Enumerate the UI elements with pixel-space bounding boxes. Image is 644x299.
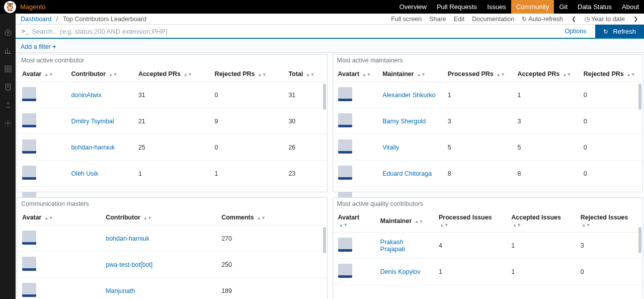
avatar (22, 283, 36, 297)
column-header[interactable]: Processed Issues ▲▼ (434, 210, 506, 233)
value-cell: 1 (133, 161, 210, 187)
management-icon[interactable] (4, 119, 12, 127)
column-header[interactable]: Comments ▲▼ (216, 210, 327, 226)
time-next-button[interactable]: ❯ (632, 16, 639, 22)
user-link[interactable]: Prakash Prajapati (380, 239, 405, 253)
column-header[interactable]: Accepted Issues ▲▼ (506, 210, 575, 233)
app-name: Magento (20, 3, 46, 11)
scrollbar[interactable] (323, 227, 326, 299)
breadcrumb-root[interactable]: Dashboard (21, 16, 51, 23)
data-table: Avatart ▲▼Maintainer ▲▼Processed Issues … (333, 210, 643, 285)
value-cell: 189 (216, 278, 327, 300)
column-header[interactable]: Processed PRs ▲▼ (443, 66, 513, 82)
dashboard-icon[interactable] (4, 65, 12, 73)
table-row: Eduard Chitoraga880 (333, 161, 643, 187)
topnav-overview[interactable]: Overview (394, 0, 432, 14)
topnav-data-status[interactable]: Data Status (573, 0, 617, 14)
time-range-button[interactable]: Year to date (585, 16, 625, 23)
user-link[interactable]: Vitaliy (382, 144, 399, 151)
topnav-git[interactable]: Git (554, 0, 573, 14)
search-prefix: >_ (16, 28, 32, 35)
data-table: Avatar ▲▼Contributor ▲▼Comments ▲▼bohdan… (17, 210, 327, 299)
user-link[interactable]: Manjunath (106, 287, 135, 294)
svg-point-0 (5, 30, 11, 36)
topnav-issues[interactable]: Issues (482, 0, 511, 14)
column-header[interactable]: Rejected PRs ▲▼ (210, 66, 284, 82)
avatar (22, 166, 36, 180)
column-header[interactable]: Rejected PRs ▲▼ (579, 66, 642, 82)
panel-title: Most active maintainers (333, 54, 643, 66)
column-header[interactable]: Rejected Issues ▲▼ (576, 210, 642, 233)
fullscreen-button[interactable]: Full screen (391, 16, 422, 23)
user-link[interactable]: pwa-test-bot[bot] (106, 261, 152, 268)
user-link[interactable]: Oleh Usik (71, 170, 98, 177)
breadcrumb-current: Top Contributors Leaderboard (63, 16, 146, 23)
column-header[interactable]: Total ▲▼ (283, 66, 327, 82)
avatar-cell (17, 108, 66, 134)
table-row: bohdan-harniuk270 (17, 226, 327, 252)
avatar (22, 139, 36, 154)
time-prev-button[interactable]: ❮ (571, 16, 577, 22)
column-header[interactable]: Avatar ▲▼ (17, 66, 66, 82)
link-cell: bohdan-harniuk (101, 226, 216, 252)
left-sidebar (0, 14, 16, 299)
value-cell: 5 (443, 134, 513, 161)
options-link[interactable]: Options (557, 28, 593, 35)
topnav-about[interactable]: About (617, 0, 644, 14)
value-cell: 4 (434, 233, 506, 259)
topnav-pull-requests[interactable]: Pull Requests (432, 0, 482, 14)
column-header[interactable]: Accepted PRs ▲▼ (512, 66, 578, 82)
user-link[interactable]: Eduard Chitoraga (382, 170, 432, 177)
user-link[interactable]: doninAtwix (71, 92, 101, 99)
user-link[interactable]: Barny Shergold (382, 118, 426, 125)
avatar-cell (333, 82, 378, 108)
link-cell: doninAtwix (66, 82, 133, 108)
scrollbar[interactable] (638, 84, 641, 211)
user-link[interactable]: Dmitry Tsymbal (71, 118, 114, 125)
autorefresh-button[interactable]: Auto-refresh (522, 16, 563, 23)
refresh-button[interactable]: Refresh (595, 25, 644, 38)
value-cell: 1 (434, 259, 506, 285)
avatar-cell (333, 259, 375, 285)
user-link[interactable]: Alexander Shkurko (382, 92, 436, 99)
user-link[interactable]: bohdan-harniuk (106, 235, 149, 242)
table-row: Denis Kopylov110 (333, 259, 643, 285)
visualize-icon[interactable] (4, 47, 12, 55)
value-cell: 1 (210, 161, 284, 187)
column-header[interactable]: Contributor ▲▼ (101, 210, 216, 226)
documentation-button[interactable]: Documentation (472, 16, 514, 23)
column-header[interactable]: Maintainer ▲▼ (375, 210, 434, 233)
link-cell: pwa-test-bot[bot] (101, 252, 216, 278)
value-cell: 26 (283, 134, 327, 161)
share-button[interactable]: Share (429, 16, 446, 23)
discover-icon[interactable] (4, 29, 12, 37)
app-logo[interactable]: 🦉 (4, 1, 16, 13)
value-cell: 1 (506, 233, 575, 259)
column-header[interactable]: Contributor ▲▼ (66, 66, 133, 82)
plus-icon: + (52, 43, 56, 50)
link-cell: Oleh Usik (66, 161, 133, 187)
value-cell: 250 (216, 252, 327, 278)
value-cell: 0 (210, 82, 284, 108)
value-cell: 9 (210, 108, 284, 134)
column-header[interactable]: Accepted PRs ▲▼ (133, 66, 210, 82)
avatar (22, 87, 36, 101)
topnav-community[interactable]: Community (511, 0, 554, 14)
user-link[interactable]: bohdan-harniuk (71, 144, 115, 151)
column-header[interactable]: Avatart ▲▼ (333, 210, 375, 233)
add-filter-button[interactable]: Add a filter + (21, 43, 56, 50)
user-link[interactable]: Denis Kopylov (380, 268, 421, 275)
edit-button[interactable]: Edit (454, 16, 465, 23)
scrollbar[interactable] (638, 227, 641, 283)
value-cell: 0 (576, 259, 642, 285)
breadcrumb: Dashboard / Top Contributors Leaderboard (21, 15, 146, 23)
avatar (338, 166, 352, 180)
column-header[interactable]: Avatart ▲▼ (333, 66, 378, 82)
link-cell: Prakash Prajapati (375, 233, 434, 259)
devtools-icon[interactable] (4, 101, 12, 109)
timelion-icon[interactable] (4, 83, 12, 91)
column-header[interactable]: Maintainer ▲▼ (377, 66, 443, 82)
value-cell: 8 (512, 161, 578, 187)
column-header[interactable]: Avatar ▲▼ (17, 210, 101, 226)
search-input[interactable] (32, 28, 557, 35)
